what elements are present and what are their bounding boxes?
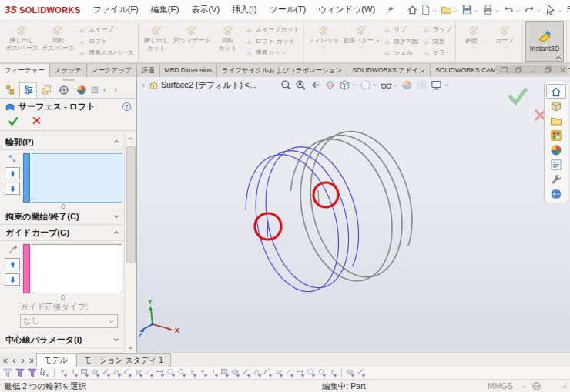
confirm-ok-icon[interactable] <box>507 85 530 108</box>
filter-toggle-button[interactable] <box>2 367 13 378</box>
ribbon-rib-button[interactable]: リブ <box>383 25 418 35</box>
menu-ツール(T)[interactable]: ツール(T) <box>263 0 313 19</box>
curve-endpoint-0[interactable] <box>267 221 268 237</box>
filter-routing-points-button[interactable] <box>328 368 337 378</box>
redo-button[interactable] <box>523 3 536 16</box>
ribbon-linear-pattern-button[interactable]: 直線パターン <box>341 21 382 62</box>
scroll-down-icon[interactable] <box>126 344 135 351</box>
section-start-end-header[interactable]: 拘束の開始/終了(C) <box>0 209 126 225</box>
panel-help-icon[interactable]: ? <box>122 102 132 112</box>
save-dropdown-icon[interactable] <box>474 8 479 14</box>
apply-scene-button[interactable] <box>416 79 428 91</box>
taskpane-appearances-button[interactable] <box>546 142 566 157</box>
ribbon-lofted-cut-button[interactable]: ロフト カット <box>245 36 300 46</box>
filter-planes-button[interactable] <box>123 368 132 378</box>
doc-nav-next-button[interactable] <box>18 357 26 364</box>
viewport-canvas[interactable]: X Y Z <box>137 77 570 353</box>
move-up-button[interactable] <box>5 167 20 179</box>
panel-tab-feature-tree[interactable] <box>2 82 19 98</box>
menu-ファイル(F)[interactable]: ファイル(F) <box>87 0 145 19</box>
home-button[interactable] <box>406 3 419 16</box>
guide-move-down-button[interactable] <box>5 273 20 286</box>
menu-挿入(I)[interactable]: 挿入(I) <box>226 0 263 19</box>
undo-dropdown-icon[interactable] <box>515 8 521 14</box>
ribbon-fillet-button[interactable]: フィレット <box>307 21 341 62</box>
menu-編集(E)[interactable]: 編集(E) <box>145 0 186 19</box>
doc-nav-last-button[interactable] <box>27 357 35 364</box>
doc-nav-first-button[interactable] <box>2 357 9 364</box>
ribbon-wrap-button[interactable]: ラップ <box>422 25 452 35</box>
zoom-area-button[interactable] <box>295 79 307 91</box>
print-button[interactable] <box>481 3 495 16</box>
filter-weld-beads-button[interactable] <box>285 368 294 378</box>
panel-scrollbar[interactable] <box>124 134 136 353</box>
filter-vertices-button[interactable] <box>59 368 68 378</box>
filter-weld-symbols-button[interactable] <box>263 368 273 378</box>
ribbon-curves-button[interactable]: カーブ <box>489 21 520 62</box>
filter-faces-button[interactable] <box>80 368 89 378</box>
view-orientation-button[interactable] <box>339 79 357 91</box>
close-doc-button[interactable] <box>558 65 567 74</box>
panel-tab-configurations[interactable] <box>37 82 55 98</box>
filter-connection-points-button[interactable] <box>317 368 327 378</box>
ribbon-intersect-button[interactable]: 交差 <box>422 36 452 46</box>
helix-curve-1[interactable] <box>246 147 359 292</box>
taskpane-home-button[interactable] <box>546 84 566 99</box>
ribbon-extruded-cut-button[interactable]: 押し出し カット <box>141 21 172 62</box>
panel-tabs-scroll-left[interactable] <box>99 82 110 98</box>
guide-move-up-button[interactable] <box>5 258 20 270</box>
filter-dimensions-button[interactable] <box>188 368 197 378</box>
ok-button[interactable] <box>8 116 19 127</box>
new-doc-button[interactable] <box>419 3 432 16</box>
taskpane-web-button[interactable] <box>546 186 566 201</box>
ribbon-boundary-cut-button[interactable]: 境界カット <box>245 48 300 58</box>
menu-ウィンドウ(W)[interactable]: ウィンドウ(W) <box>312 0 381 19</box>
filter-dowel-pin-symbols-button[interactable] <box>346 368 355 378</box>
taskpane-file-explorer-button[interactable] <box>546 113 566 128</box>
tab-マークアップ[interactable]: マークアップ <box>87 64 137 77</box>
section-profiles-header[interactable]: 輪郭(P) <box>0 134 126 150</box>
filter-sketch-segments-button[interactable] <box>145 368 154 378</box>
select-filter-cursor-button[interactable] <box>39 367 50 378</box>
power-select-button[interactable] <box>27 367 38 378</box>
pin-menu-icon[interactable] <box>385 5 394 15</box>
filter-surface-finish-symbols-button[interactable] <box>274 368 283 378</box>
ribbon-mirror-button[interactable]: ミラー <box>422 48 452 58</box>
panel-tab-property[interactable] <box>19 82 37 98</box>
previous-window-button[interactable] <box>500 65 508 74</box>
doc-tab-モデル[interactable]: モデル <box>36 353 75 367</box>
filter-hole-callouts-button[interactable] <box>199 368 208 378</box>
guide-selection-list[interactable] <box>32 244 122 293</box>
filter-balloons-button[interactable] <box>231 368 240 378</box>
expander-icon[interactable] <box>140 82 146 89</box>
undo-button[interactable] <box>502 3 515 16</box>
select-cursor-button[interactable] <box>544 3 557 16</box>
minimize-doc-button[interactable] <box>529 65 538 74</box>
filter-solid-bodies-button[interactable] <box>102 368 111 378</box>
ribbon-shell-button[interactable]: シェル <box>383 48 418 58</box>
previous-view-button[interactable] <box>310 79 321 91</box>
graphics-viewport[interactable]: X Y Z Surface2 (デフォルト) <... <box>137 77 570 353</box>
tab-MBD Dimension[interactable]: MBD Dimension <box>160 64 217 77</box>
tab-スケッチ[interactable]: スケッチ <box>50 64 87 77</box>
zoom-fit-button[interactable] <box>280 79 292 91</box>
move-down-button[interactable] <box>5 183 20 195</box>
filter-datums-button[interactable] <box>253 368 262 378</box>
ribbon-lofted-boss-button[interactable]: ロフト <box>78 36 134 46</box>
taskpane-tools-button[interactable] <box>546 172 566 186</box>
panel-tabs-scroll-right[interactable] <box>110 82 121 98</box>
edit-appearance-button[interactable] <box>401 79 413 91</box>
profiles-selection-list[interactable] <box>32 153 122 203</box>
filter-center-marks-button[interactable] <box>166 368 176 378</box>
scrollbar-thumb[interactable] <box>126 146 136 263</box>
tab-SOLIDWORKS CAM[interactable]: SOLIDWORKS CAM <box>431 64 501 77</box>
print-dropdown-icon[interactable] <box>495 8 500 14</box>
filter-edges-button[interactable] <box>69 368 79 378</box>
ribbon-revolved-cut-button[interactable]: 回転 カット <box>213 21 243 62</box>
tab-評価[interactable]: 評価 <box>137 64 160 77</box>
units-dropdown-icon[interactable] <box>521 384 527 390</box>
section-view-button[interactable] <box>324 79 336 91</box>
panel-tab-more[interactable] <box>90 82 99 98</box>
tab-フィーチャー[interactable]: フィーチャー <box>0 64 50 77</box>
filter-centerlines-button[interactable] <box>177 368 186 378</box>
